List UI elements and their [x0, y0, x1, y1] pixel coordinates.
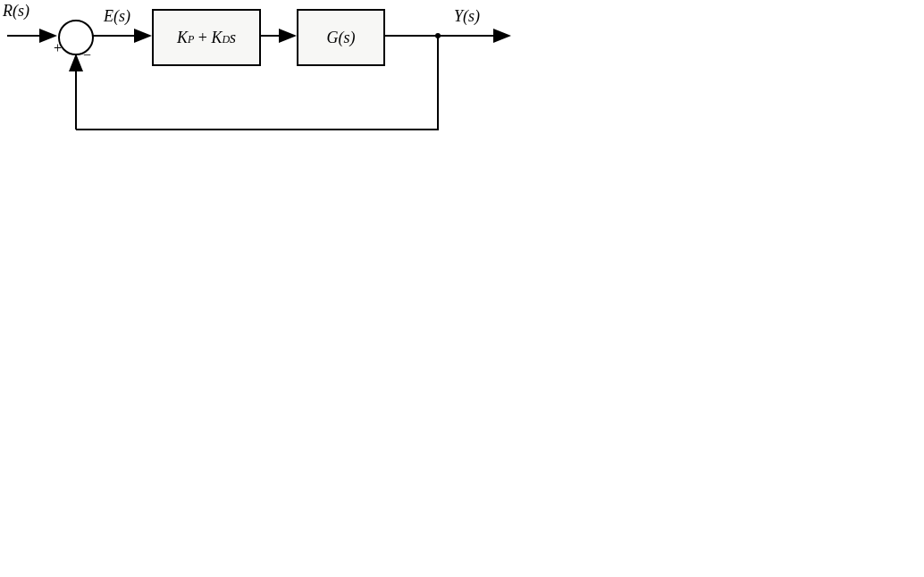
block-diagram: R(s) + − E(s) KP + KDs G(s) Y(s) [0, 0, 924, 577]
input-signal-label: R(s) [3, 2, 29, 21]
plant-block: G(s) [297, 9, 385, 66]
minus-sign: − [83, 47, 91, 63]
plus-sign: + [54, 40, 62, 56]
controller-block: KP + KDs [152, 9, 261, 66]
output-signal-label: Y(s) [454, 7, 480, 26]
plant-expression: G(s) [327, 29, 356, 47]
error-signal-label: E(s) [104, 7, 130, 26]
diagram-connections [0, 0, 924, 577]
controller-expression: KP + KDs [177, 29, 236, 47]
svg-point-5 [435, 33, 441, 38]
